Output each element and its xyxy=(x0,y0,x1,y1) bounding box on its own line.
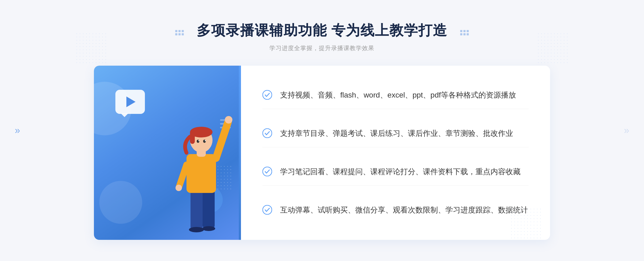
feature-item-3: 学习笔记回看、课程提问、课程评论打分、课件资料下载，重点内容收藏 xyxy=(262,158,529,186)
blue-accent-bar xyxy=(239,66,241,240)
header-dots-left xyxy=(175,30,184,35)
header-dots-right xyxy=(460,30,469,35)
svg-point-18 xyxy=(263,129,272,138)
features-area: 支持视频、音频、flash、word、excel、ppt、pdf等各种格式的资源… xyxy=(241,66,550,240)
feature-text-4: 互动弹幕、试听购买、微信分享、观看次数限制、学习进度跟踪、数据统计 xyxy=(280,204,528,216)
header-section: 多项录播课辅助功能 专为线上教学打造 学习进度全掌握，提升录播课教学效果 xyxy=(197,21,447,52)
feature-text-2: 支持章节目录、弹题考试、课后练习、课后作业、章节测验、批改作业 xyxy=(280,128,513,140)
check-icon-4 xyxy=(262,205,272,215)
svg-point-8 xyxy=(175,185,182,191)
arrow-right-icon: » xyxy=(624,125,629,136)
play-bubble xyxy=(115,90,145,114)
feature-item-4: 互动弹幕、试听购买、微信分享、观看次数限制、学习进度跟踪、数据统计 xyxy=(262,197,529,224)
svg-point-16 xyxy=(205,140,206,141)
svg-rect-0 xyxy=(191,189,203,229)
person-illustration xyxy=(156,100,239,240)
content-card: 支持视频、音频、flash、word、excel、ppt、pdf等各种格式的资源… xyxy=(94,66,550,240)
feature-item-2: 支持章节目录、弹题考试、课后练习、课后作业、章节测验、批改作业 xyxy=(262,120,529,147)
decorative-dots-bottom-right xyxy=(510,207,542,240)
decorative-dots-top-right xyxy=(537,32,569,64)
check-icon-2 xyxy=(262,128,272,138)
feature-text-1: 支持视频、音频、flash、word、excel、ppt、pdf等各种格式的资源… xyxy=(280,89,516,101)
page-subtitle: 学习进度全掌握，提升录播课教学效果 xyxy=(197,44,447,52)
feature-text-3: 学习笔记回看、课程提问、课程评论打分、课件资料下载，重点内容收藏 xyxy=(280,166,521,178)
svg-rect-1 xyxy=(203,189,215,228)
play-triangle-icon xyxy=(126,96,136,107)
decorative-dots-top-left xyxy=(75,32,107,64)
illustration-area xyxy=(94,66,239,240)
svg-point-13 xyxy=(197,140,199,143)
svg-point-17 xyxy=(263,90,272,99)
svg-rect-4 xyxy=(186,154,216,193)
svg-line-5 xyxy=(216,122,228,158)
svg-point-2 xyxy=(189,227,204,232)
svg-point-7 xyxy=(225,116,232,124)
illus-circle-2 xyxy=(99,181,142,224)
page-title: 多项录播课辅助功能 专为线上教学打造 xyxy=(197,21,447,40)
svg-point-20 xyxy=(263,205,272,214)
svg-line-6 xyxy=(179,165,186,186)
svg-point-15 xyxy=(198,140,199,141)
svg-point-19 xyxy=(263,167,272,176)
svg-point-3 xyxy=(202,226,215,231)
arrow-left-icon: » xyxy=(15,125,20,136)
check-icon-1 xyxy=(262,90,272,100)
svg-point-14 xyxy=(203,140,206,143)
check-icon-3 xyxy=(262,167,272,176)
feature-item-1: 支持视频、音频、flash、word、excel、ppt、pdf等各种格式的资源… xyxy=(262,82,529,109)
